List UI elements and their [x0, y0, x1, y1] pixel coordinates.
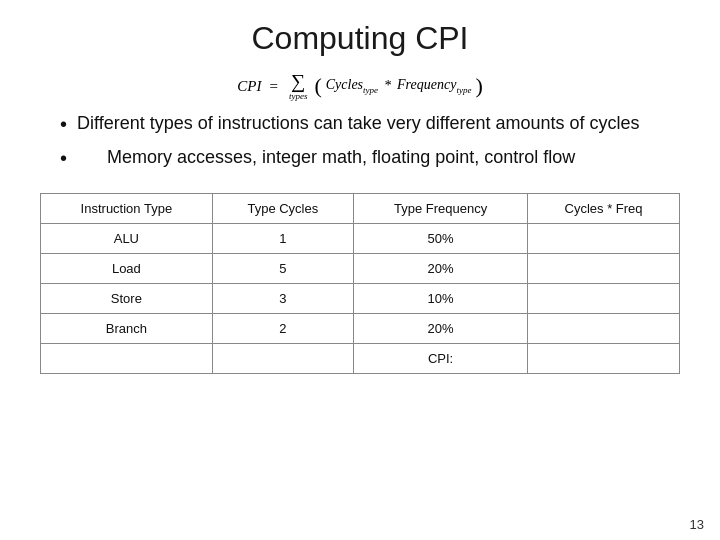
cell-cycles-store: 3: [212, 284, 353, 314]
cell-cycles-alu: 1: [212, 224, 353, 254]
formula-equals: =: [269, 78, 277, 95]
table-row: ALU 1 50%: [41, 224, 680, 254]
cell-freq-store: 10%: [353, 284, 527, 314]
bullet-list: • Different types of instructions can ta…: [60, 111, 680, 179]
slide: Computing CPI CPI = ∑ types ( Cyclestype…: [0, 0, 720, 540]
cpi-footer-empty-2: [212, 344, 353, 374]
cell-product-store: [528, 284, 680, 314]
cell-instruction-store: Store: [41, 284, 213, 314]
table-header-row: Instruction Type Type Cycles Type Freque…: [41, 194, 680, 224]
bullet-dot-2: •: [60, 145, 67, 171]
formula-frequency-term: Frequencytype: [397, 77, 471, 95]
formula-close-paren: ): [475, 75, 482, 97]
formula-lhs: CPI: [237, 78, 261, 95]
page-number: 13: [690, 517, 704, 532]
cell-instruction-branch: Branch: [41, 314, 213, 344]
bullet-text-1: Different types of instructions can take…: [77, 111, 680, 135]
cell-freq-alu: 50%: [353, 224, 527, 254]
formula-cycles-term: Cyclestype: [326, 77, 378, 95]
bullet-text-2: Memory accesses, integer math, floating …: [77, 145, 680, 169]
cell-cycles-branch: 2: [212, 314, 353, 344]
bullet-item-1: • Different types of instructions can ta…: [60, 111, 680, 137]
cpi-footer-value: [528, 344, 680, 374]
cpi-table: Instruction Type Type Cycles Type Freque…: [40, 193, 680, 374]
col-header-instruction-type: Instruction Type: [41, 194, 213, 224]
formula-sigma: ∑ types: [289, 71, 308, 101]
formula-open-paren: (: [314, 75, 321, 97]
cell-instruction-alu: ALU: [41, 224, 213, 254]
cpi-footer-empty-1: [41, 344, 213, 374]
table-row: Load 5 20%: [41, 254, 680, 284]
formula-multiply: *: [384, 78, 391, 94]
cell-cycles-load: 5: [212, 254, 353, 284]
table-row: Branch 2 20%: [41, 314, 680, 344]
cpi-footer-label: CPI:: [353, 344, 527, 374]
cell-freq-load: 20%: [353, 254, 527, 284]
cpi-footer-row: CPI:: [41, 344, 680, 374]
col-header-type-frequency: Type Frequency: [353, 194, 527, 224]
bullet-item-2: • Memory accesses, integer math, floatin…: [60, 145, 680, 171]
cell-product-load: [528, 254, 680, 284]
cell-instruction-load: Load: [41, 254, 213, 284]
bullet-dot-1: •: [60, 111, 67, 137]
table-row: Store 3 10%: [41, 284, 680, 314]
col-header-type-cycles: Type Cycles: [212, 194, 353, 224]
cell-freq-branch: 20%: [353, 314, 527, 344]
formula-area: CPI = ∑ types ( Cyclestype * Frequencyty…: [40, 71, 680, 101]
cell-product-branch: [528, 314, 680, 344]
slide-title: Computing CPI: [40, 20, 680, 57]
cell-product-alu: [528, 224, 680, 254]
col-header-cycles-freq: Cycles * Freq: [528, 194, 680, 224]
